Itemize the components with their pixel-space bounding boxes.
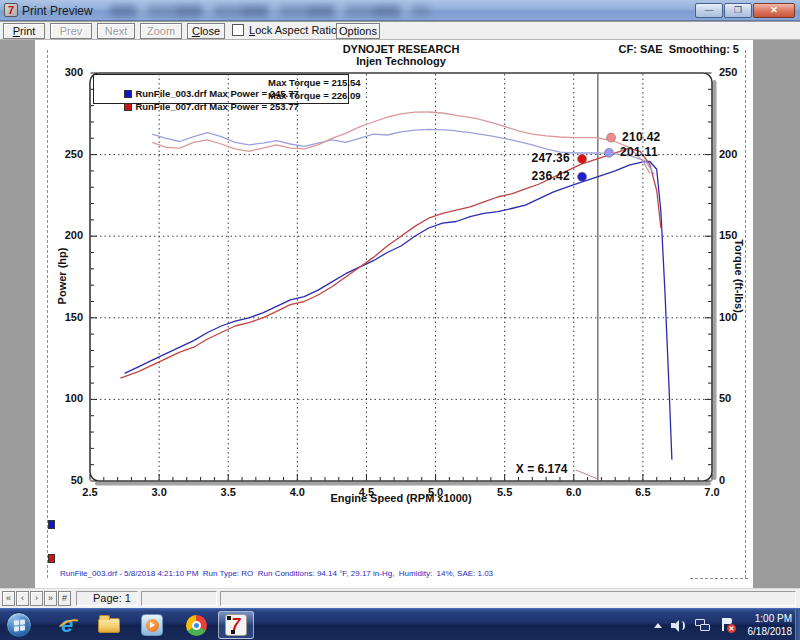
marker-dot-247.36 [578, 154, 587, 163]
taskbar-clock[interactable]: 1:00 PM 6/18/2018 [748, 612, 793, 638]
run1-swatch [48, 520, 55, 529]
rpm-tick-label: 6.5 [627, 486, 659, 498]
power-tick-label: 50 [49, 474, 83, 486]
zoom-out-button[interactable]: Zoom Out [140, 23, 182, 39]
power-tick-label: 100 [49, 392, 83, 404]
first-page-button[interactable]: « [2, 591, 15, 606]
prev-button[interactable]: Prev [50, 23, 92, 39]
speaker-icon[interactable] [671, 619, 686, 632]
next-button[interactable]: Next [97, 23, 135, 39]
internet-explorer-icon: e [61, 614, 73, 636]
windows-logo-icon [6, 612, 32, 638]
page-number-panel: Page: 1 [76, 591, 138, 606]
action-center-flag-icon[interactable]: ✕ [720, 618, 734, 632]
redacted-title-text [110, 5, 430, 17]
torque-tick-label: 250 [719, 66, 753, 78]
toolbar: Print Prev Next Zoom Out Close Lock Aspe… [0, 22, 800, 40]
taskbar-item-file-explorer[interactable] [94, 611, 124, 639]
taskbar-item-media-player[interactable] [137, 611, 167, 639]
chart-canvas [35, 40, 753, 588]
status-panel [220, 591, 796, 606]
rpm-tick-label: 2.5 [74, 486, 106, 498]
lock-aspect-label: Lock Aspect Ratio [249, 24, 337, 36]
system-tray: ✕ [654, 611, 734, 639]
power-tick-label: 200 [49, 229, 83, 241]
lock-aspect-checkbox[interactable] [232, 24, 244, 36]
marker-value-210.42: 210.42 [622, 130, 661, 144]
taskbar-item-dyno-app-active[interactable]: 7 [218, 611, 254, 639]
start-button[interactable] [4, 611, 34, 639]
hidden-icons-chevron-icon[interactable] [654, 623, 662, 628]
status-panel [141, 591, 217, 606]
taskbar-item-internet-explorer[interactable]: e [52, 611, 82, 639]
clock-time: 1:00 PM [748, 612, 793, 625]
rpm-tick-label: 5.5 [489, 486, 521, 498]
restore-button[interactable]: ❐ [724, 3, 752, 18]
marker-value-201.11: 201.11 [620, 145, 658, 159]
rpm-tick-label: 6.0 [558, 486, 590, 498]
marker-value-247.36: 247.36 [520, 151, 570, 165]
series-torque-line [152, 129, 654, 174]
rpm-tick-label: 3.0 [143, 486, 175, 498]
last-page-button[interactable]: » [44, 591, 57, 606]
goto-page-button[interactable]: # [58, 591, 71, 606]
close-window-button[interactable]: ✕ [753, 3, 795, 18]
print-button[interactable]: Print [3, 23, 45, 39]
preview-workspace: DYNOJET RESEARCH Injen Technology CF: SA… [0, 40, 800, 588]
marker-dot-210.42 [607, 133, 616, 142]
taskbar: e 7 ✕ 1:00 PM 6/18/2018 [0, 608, 800, 640]
torque-tick-label: 0 [719, 474, 753, 486]
chrome-icon [186, 615, 207, 636]
rpm-tick-label: 5.0 [420, 486, 452, 498]
rpm-tick-label: 4.0 [281, 486, 313, 498]
power-tick-label: 300 [49, 66, 83, 78]
next-page-button[interactable]: › [30, 591, 43, 606]
lock-aspect-group: Lock Aspect Ratio [232, 24, 337, 36]
torque-tick-label: 50 [719, 392, 753, 404]
series-power-line [125, 162, 672, 460]
cursor-x-value: X = 6.174 [516, 462, 568, 476]
show-desktop-button[interactable] [795, 609, 800, 640]
taskbar-item-chrome[interactable] [181, 611, 211, 639]
marker-value-236.42: 236.42 [520, 169, 570, 183]
run2-swatch [48, 554, 55, 563]
minimize-button[interactable]: — [695, 3, 723, 18]
torque-tick-label: 200 [719, 148, 753, 160]
prev-page-button[interactable]: ‹ [16, 591, 29, 606]
cursor-callout-line [576, 470, 598, 479]
rpm-tick-label: 7.0 [696, 486, 728, 498]
dyno-app-icon: 7 [225, 614, 247, 636]
torque-tick-label: 100 [719, 311, 753, 323]
power-tick-label: 250 [49, 148, 83, 160]
folder-icon [98, 618, 120, 633]
network-icon[interactable] [695, 619, 711, 632]
rpm-tick-label: 3.5 [212, 486, 244, 498]
dyno-chart: DYNOJET RESEARCH Injen Technology CF: SA… [35, 40, 753, 588]
close-button[interactable]: Close [187, 23, 225, 39]
plot-frame [90, 73, 712, 481]
titlebar: 7 Print Preview — ❐ ✕ [0, 0, 800, 21]
series-torque-line [152, 112, 650, 173]
page: DYNOJET RESEARCH Injen Technology CF: SA… [35, 40, 753, 588]
clock-date: 6/18/2018 [748, 625, 793, 638]
window-title: Print Preview [22, 4, 93, 18]
media-player-icon [141, 614, 163, 636]
app-icon: 7 [4, 3, 18, 17]
options-button[interactable]: Options [336, 23, 380, 39]
statusbar: « ‹ › » # Page: 1 [0, 588, 800, 608]
power-tick-label: 150 [49, 311, 83, 323]
rpm-tick-label: 4.5 [350, 486, 382, 498]
marker-dot-236.42 [578, 172, 587, 181]
marker-dot-201.11 [605, 148, 614, 157]
torque-tick-label: 150 [719, 229, 753, 241]
